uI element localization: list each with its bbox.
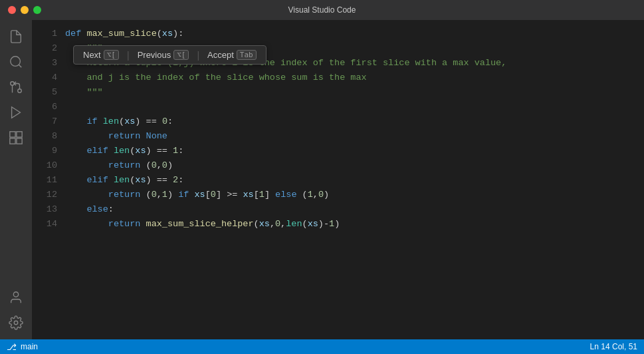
svg-rect-5 <box>10 132 15 137</box>
svg-point-9 <box>13 292 18 297</box>
account-icon[interactable] <box>5 286 27 309</box>
next-button[interactable]: Next ⌥[ <box>79 49 123 61</box>
svg-point-10 <box>14 321 18 325</box>
close-button[interactable] <box>8 6 16 14</box>
maximize-button[interactable] <box>33 6 41 14</box>
svg-rect-6 <box>17 132 22 137</box>
prev-kbd: ⌥[ <box>173 50 189 60</box>
toolbar-divider-2: | <box>195 50 201 61</box>
svg-rect-7 <box>10 138 15 144</box>
line-numbers: 1 2 3 4 5 6 7 8 9 10 11 12 13 14 <box>32 27 65 339</box>
previous-label: Previous <box>138 50 171 60</box>
next-kbd: ⌥[ <box>104 50 119 60</box>
status-bar: ⎇ main Ln 14 Col, 51 <box>0 339 644 354</box>
settings-icon[interactable] <box>5 311 27 334</box>
previous-button[interactable]: Previous ⌥[ <box>134 49 193 61</box>
svg-point-2 <box>18 89 22 93</box>
branch-icon: ⎇ <box>7 342 17 352</box>
svg-rect-8 <box>17 138 22 144</box>
main-area: Next ⌥[ | Previous ⌥[ | Accept Tab 1 2 3… <box>0 20 644 339</box>
accept-label: Accept <box>207 50 234 60</box>
next-label: Next <box>83 50 101 60</box>
extensions-icon[interactable] <box>5 126 27 149</box>
svg-marker-4 <box>12 107 21 118</box>
code-editor[interactable]: 1 2 3 4 5 6 7 8 9 10 11 12 13 14 def max… <box>32 20 644 339</box>
titlebar: Visual Studio Code <box>0 0 644 20</box>
source-control-icon[interactable] <box>5 76 27 98</box>
suggestion-toolbar: Next ⌥[ | Previous ⌥[ | Accept Tab <box>73 45 267 65</box>
code-content[interactable]: def max_sum_slice(xs): """ Return a tupl… <box>65 27 644 339</box>
traffic-lights <box>8 6 41 14</box>
minimize-button[interactable] <box>21 6 29 14</box>
status-left: ⎇ main <box>7 342 38 352</box>
toolbar-divider: | <box>126 50 131 61</box>
files-icon[interactable] <box>5 25 27 48</box>
activity-bar-bottom <box>5 286 27 339</box>
svg-point-0 <box>11 57 21 67</box>
debug-icon[interactable] <box>5 101 27 124</box>
activity-bar <box>0 20 32 339</box>
editor-container: Next ⌥[ | Previous ⌥[ | Accept Tab 1 2 3… <box>32 20 644 339</box>
branch-label[interactable]: main <box>21 342 38 351</box>
search-icon[interactable] <box>5 51 27 73</box>
accept-kbd: Tab <box>237 50 257 60</box>
svg-line-1 <box>19 65 21 67</box>
accept-button[interactable]: Accept Tab <box>203 49 261 61</box>
status-right: Ln 14 Col, 51 <box>590 342 637 351</box>
titlebar-title: Visual Studio Code <box>288 5 356 15</box>
position-label: Ln 14 Col, 51 <box>590 342 637 351</box>
